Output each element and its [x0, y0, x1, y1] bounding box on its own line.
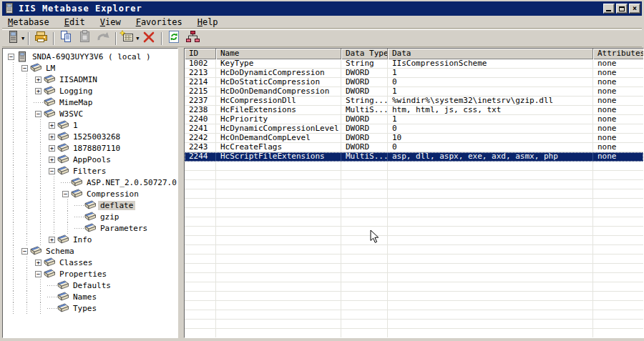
column-header-attributes[interactable]: Attributes [593, 49, 643, 59]
collapse-icon[interactable]: − [35, 271, 42, 277]
refresh-button[interactable] [165, 31, 182, 46]
column-header-data[interactable]: Data [388, 49, 593, 59]
tree-item-filters[interactable]: −Filters [6, 165, 177, 177]
tree-item-1[interactable]: +1 [6, 119, 177, 131]
tree-item-defaults[interactable]: Defaults [6, 280, 177, 291]
content-area: −SNDA-69Q3UYY3V6 ( local )−LM+IISADMIN+L… [2, 48, 644, 338]
empty-row [185, 329, 643, 338]
tree-item-classes[interactable]: +Classes [6, 257, 177, 268]
dropdown-arrow-icon[interactable]: ▼ [21, 36, 24, 41]
tree-guide-line [61, 199, 74, 211]
cell-data [388, 301, 593, 310]
tree-item-lm[interactable]: −LM [6, 62, 177, 74]
cell-data: htm, html, js, css, txt [388, 106, 593, 115]
tree-item-label: SNDA-69Q3UYY3V6 ( local ) [30, 52, 153, 61]
tree-item-compression[interactable]: −Compression [6, 188, 177, 199]
empty-row [185, 189, 643, 199]
tree-item-label: Filters [71, 167, 108, 176]
menu-item-view[interactable]: View [94, 16, 127, 29]
cell-name [216, 199, 341, 208]
expand-icon[interactable]: + [35, 76, 42, 83]
tree-item-asp-net-2-0-50727-0[interactable]: ASP.NET_2.0.50727.0 [6, 177, 177, 188]
menu-item-metabase[interactable]: Metabase [2, 16, 55, 29]
delete-button[interactable] [140, 31, 157, 46]
tree-item-types[interactable]: Types [6, 302, 177, 314]
table-row[interactable]: 2241HcDynamicCompressionLevelDWORD0none [185, 124, 643, 134]
tree-item-names[interactable]: Names [6, 291, 177, 302]
empty-row [185, 208, 643, 217]
tree-connector [74, 211, 84, 222]
cell-id: 2237 [185, 97, 216, 106]
tree-item-1878807110[interactable]: +1878807110 [6, 142, 177, 154]
new-key-button[interactable]: ▼ [119, 31, 139, 46]
cell-data-type: MultiS... [341, 106, 388, 115]
table-row[interactable]: 2238HcFileExtensionsMultiS...htm, html, … [185, 106, 643, 115]
tree-item-gzip[interactable]: gzip [6, 211, 177, 222]
cell-name [216, 320, 341, 329]
table-row[interactable]: 2243HcCreateFlagsDWORD0none [185, 143, 643, 152]
tree-guide-line [6, 188, 20, 199]
table-row[interactable]: 2213HcDoDynamicCompressionDWORD1none [185, 69, 643, 78]
connect-server-button[interactable]: ▼ [6, 31, 24, 46]
table-row[interactable]: 2215HcDoOnDemandCompressionDWORD1none [185, 87, 643, 97]
empty-row [185, 171, 643, 180]
tree-item-schema[interactable]: −Schema [6, 245, 177, 257]
menu-item-help[interactable]: Help [192, 16, 224, 29]
save-button[interactable] [32, 31, 49, 46]
tree-item-properties[interactable]: −Properties [6, 268, 177, 280]
cell-name: HcOnDemandCompLevel [216, 134, 341, 143]
table-row[interactable]: 2244HcScriptFileExtensionsMultiS...asp, … [185, 152, 643, 162]
tree-item-iisadmin[interactable]: +IISADMIN [6, 74, 177, 85]
tree-item-w3svc[interactable]: −W3SVC [6, 108, 177, 119]
menu-item-favorites[interactable]: Favorites [130, 16, 188, 29]
menu-item-edit[interactable]: Edit [59, 16, 91, 29]
expand-icon[interactable]: + [49, 122, 55, 129]
expand-icon[interactable]: + [35, 260, 42, 266]
cell-id [185, 208, 216, 217]
view-tree-button[interactable] [184, 31, 201, 46]
table-header: IDNameData TypeDataAttributes [185, 49, 643, 59]
column-header-data-type[interactable]: Data Type [341, 49, 388, 59]
minimize-button[interactable] [603, 4, 615, 14]
table-row[interactable]: 1002KeyTypeStringIIsCompressionSchemenon… [185, 59, 643, 69]
close-button[interactable]: × [629, 4, 640, 14]
tree-item-snda-69q3uyy3v6-local[interactable]: −SNDA-69Q3UYY3V6 ( local ) [6, 51, 177, 62]
expand-icon[interactable]: + [35, 88, 42, 94]
table-row[interactable]: 2214HcDoStaticCompressionDWORD0none [185, 78, 643, 87]
table-row[interactable]: 2237HcCompressionDllString...%windir%\sy… [185, 97, 643, 106]
expand-icon[interactable]: + [49, 134, 55, 140]
collapse-icon[interactable]: − [62, 191, 69, 197]
tree-guide-line [47, 222, 61, 234]
collapse-icon[interactable]: − [21, 248, 28, 254]
tree-guide-line [6, 119, 20, 131]
column-header-id[interactable]: ID [185, 49, 216, 59]
tree-guide-line [34, 142, 47, 154]
cell-data-type [341, 329, 388, 338]
tree-item-info[interactable]: +Info [6, 234, 177, 245]
tree-guide-line [47, 211, 61, 222]
tree-item-deflate[interactable]: deflate [6, 199, 177, 211]
expand-icon[interactable]: + [49, 157, 55, 163]
collapse-icon[interactable]: − [8, 54, 14, 60]
cell-name [216, 217, 341, 227]
tree-item-logging[interactable]: +Logging [6, 85, 177, 97]
cell-attributes [593, 301, 643, 310]
tree-item-mimemap[interactable]: MimeMap [6, 97, 177, 108]
collapse-icon[interactable]: − [35, 111, 42, 117]
tree-item-1525003268[interactable]: +1525003268 [6, 131, 177, 142]
table-row[interactable]: 2240HcPriorityDWORD1none [185, 115, 643, 124]
dropdown-arrow-icon[interactable]: ▼ [136, 36, 139, 41]
tree-item-apppools[interactable]: +AppPools [6, 154, 177, 165]
expand-icon[interactable]: + [49, 237, 55, 243]
column-header-name[interactable]: Name [216, 49, 341, 59]
toolbar: ▼▼ [2, 29, 642, 47]
copy-button[interactable] [57, 31, 74, 46]
expand-icon[interactable]: + [49, 145, 55, 152]
maximize-button[interactable] [616, 4, 628, 14]
tree-item-label: Defaults [71, 281, 113, 290]
empty-row [185, 264, 643, 273]
collapse-icon[interactable]: − [21, 65, 28, 71]
collapse-icon[interactable]: − [49, 168, 55, 174]
tree-item-parameters[interactable]: Parameters [6, 222, 177, 234]
table-row[interactable]: 2242HcOnDemandCompLevelDWORD10none [185, 134, 643, 143]
